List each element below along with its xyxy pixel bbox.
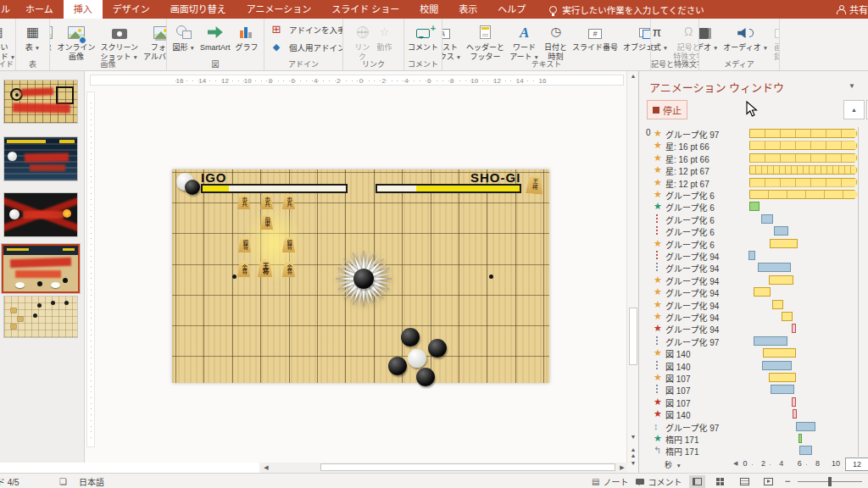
pane-menu-chevron-icon[interactable]: ▼ (849, 82, 855, 90)
ribbon-button[interactable]: コメント (405, 21, 441, 53)
tab-挿入[interactable]: 挿入 (64, 0, 103, 19)
vertical-scrollbar[interactable]: ▲ ▼ ▲▲ ▼ (626, 71, 638, 473)
vertical-scrollbar-thumb[interactable] (629, 308, 637, 365)
animation-item[interactable]: ★星: 12 pt 67 (639, 176, 868, 189)
accessibility-icon[interactable]: ❏ (59, 477, 67, 486)
ribbon-button[interactable]: ⊞アドインを入手 (268, 23, 339, 36)
animation-timing-bar[interactable] (763, 348, 796, 358)
animation-timing-bar[interactable] (749, 202, 760, 211)
tab-ホーム[interactable]: ホーム (15, 0, 64, 19)
timeline-left-arrow-icon[interactable]: ◀ (733, 460, 737, 467)
tab-アニメーション[interactable]: アニメーション (236, 0, 322, 19)
animation-item[interactable]: ↰楕円 171 (639, 444, 868, 457)
slide-thumbnail-5[interactable] (4, 297, 77, 337)
ribbon-button[interactable]: ◷日付と時刻 (542, 21, 570, 64)
reading-view-button[interactable] (737, 475, 753, 488)
animation-item[interactable]: ★星: 16 pt 66 (639, 139, 868, 152)
animation-timing-bar[interactable] (749, 129, 859, 138)
animation-timing-bar[interactable] (769, 275, 793, 285)
ribbon-button[interactable]: Aテキストボックス▼ (442, 21, 464, 64)
animation-timing-bar[interactable] (749, 165, 859, 175)
animation-item[interactable]: ★グループ化 94 (639, 298, 868, 311)
animation-item[interactable]: グループ化 94 (639, 261, 868, 274)
horizontal-ruler[interactable]: 1614121086420246810121416 (90, 75, 624, 86)
scroll-up-icon[interactable]: ▲ (627, 73, 639, 79)
timeline-end-box[interactable]: 12 (845, 458, 868, 471)
animation-item[interactable]: 図 140 (639, 359, 868, 372)
slide-thumbnail-4-selected[interactable] (2, 244, 80, 293)
language-indicator[interactable]: 日本語 (79, 475, 104, 488)
animation-timing-bar[interactable] (798, 434, 802, 443)
animation-item[interactable]: ★星: 12 pt 67 (639, 164, 868, 176)
tab-ヘルプ[interactable]: ヘルプ (487, 0, 536, 19)
animation-item[interactable]: ★星: 16 pt 66 (639, 152, 868, 164)
animation-item[interactable]: ↕グループ化 97 (639, 420, 868, 433)
ribbon-button[interactable]: リンク (352, 21, 374, 64)
tab-スライド ショー[interactable]: スライド ショー (321, 0, 409, 19)
vertical-ruler[interactable] (86, 92, 95, 447)
ribbon-button[interactable]: スクリーンショット▼ (98, 21, 142, 64)
ribbon-button[interactable]: Ω記号と特殊文字 (670, 21, 699, 64)
stop-button[interactable]: 停止 (647, 100, 687, 119)
animation-timing-bar[interactable] (754, 287, 771, 297)
animation-item[interactable]: ★グループ化 6 (639, 237, 868, 250)
animation-timing-bar[interactable] (782, 312, 793, 321)
comments-button[interactable]: コメント (636, 475, 682, 488)
ribbon-button[interactable]: ▤新しいスライド▼ (0, 21, 16, 64)
animation-timing-bar[interactable] (749, 178, 859, 187)
slide-thumbnail-2[interactable] (4, 137, 77, 180)
ribbon-button[interactable]: #スライド番号 (570, 21, 620, 53)
ribbon-button[interactable]: SmartArt (198, 21, 233, 53)
animation-timing-bar[interactable] (770, 239, 798, 248)
horizontal-scrollbar-thumb[interactable] (320, 463, 615, 471)
ribbon-button[interactable]: オブジェクト (620, 21, 651, 53)
ribbon-button[interactable]: ☆動作 (374, 21, 396, 53)
animation-timing-bar[interactable] (754, 336, 787, 346)
tab-表示[interactable]: 表示 (448, 0, 487, 19)
animation-item[interactable]: ★グループ化 94 (639, 310, 868, 323)
animation-timing-bar[interactable] (758, 263, 791, 272)
animation-item[interactable]: グループ化 97 (639, 335, 868, 347)
tab-画面切り替え[interactable]: 画面切り替え (160, 0, 236, 19)
slide-thumbnail-3[interactable] (4, 193, 77, 236)
animation-item[interactable]: ★楕円 171 (639, 432, 868, 445)
animation-timing-bar[interactable] (774, 226, 788, 236)
ribbon-button[interactable]: 図形▼ (170, 21, 198, 53)
ribbon-button[interactable]: オンライン画像 (55, 21, 98, 64)
animation-timing-bar[interactable] (792, 324, 796, 333)
animation-item[interactable]: グループ化 6 (639, 225, 868, 237)
animation-timing-bar[interactable] (749, 190, 859, 199)
ribbon-button[interactable]: ◆個人用アドイン▼ (268, 41, 339, 53)
move-earlier-button[interactable]: ▲ (843, 100, 865, 119)
animation-timing-bar[interactable] (799, 446, 812, 455)
animation-item[interactable]: ★図 107 (639, 396, 868, 408)
normal-view-button[interactable] (689, 475, 705, 488)
horizontal-scrollbar[interactable]: ◀ ▶ (259, 463, 627, 473)
animation-timing-bar[interactable] (792, 397, 796, 407)
zoom-slider-thumb[interactable] (828, 477, 832, 486)
ribbon-button[interactable]: ▦表▼ (22, 21, 44, 53)
ribbon-button[interactable]: Aワードアート▼ (507, 21, 542, 64)
notes-button[interactable]: ▤ノート (592, 475, 628, 488)
ribbon-button[interactable]: ヘッダーとフッター (464, 21, 507, 64)
ribbon-button[interactable]: フォトアルバム▼ (141, 21, 167, 64)
animation-timing-bar[interactable] (796, 422, 815, 431)
tab-校閲[interactable]: 校閲 (409, 0, 448, 19)
animation-item[interactable]: ★図 140 (639, 408, 868, 420)
ribbon-button[interactable]: π数式▼ (651, 21, 670, 53)
animation-timing-bar[interactable] (761, 214, 773, 224)
tab-file[interactable]: ファイル (0, 0, 15, 19)
ribbon-button[interactable]: グラフ (232, 21, 260, 53)
animation-timing-bar[interactable] (749, 141, 859, 150)
animation-item[interactable]: 0★グループ化 97 (639, 127, 868, 140)
ribbon-button[interactable]: ビデオ▼ (699, 21, 721, 53)
ribbon-button[interactable]: オーディオ▼ (721, 21, 771, 53)
animation-item[interactable]: 図 107 (639, 383, 868, 396)
animation-item[interactable]: ★グループ化 6 (639, 188, 868, 201)
animation-timing-bar[interactable] (793, 409, 797, 419)
scroll-right-icon[interactable]: ▶ (617, 463, 627, 473)
tell-me-box[interactable]: 実行したい作業を入力してください (549, 0, 704, 19)
next-slide-icon[interactable]: ▼ (627, 460, 639, 466)
animation-timing-bar[interactable] (769, 373, 796, 382)
zoom-slider[interactable] (798, 481, 862, 482)
